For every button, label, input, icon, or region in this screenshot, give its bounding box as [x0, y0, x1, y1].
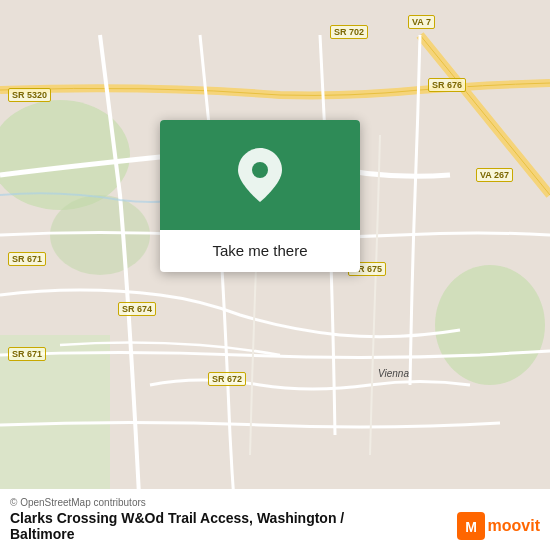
road-label-va267: VA 267 [476, 168, 513, 182]
road-label-sr674: SR 674 [118, 302, 156, 316]
road-label-sr5320: SR 5320 [8, 88, 51, 102]
map-container: SR 702 VA 7 SR 676 SR 5320 VA 267 SR 671… [0, 0, 550, 550]
road-label-va7: VA 7 [408, 15, 435, 29]
bottom-bar: © OpenStreetMap contributors Clarks Cros… [0, 489, 550, 550]
road-label-sr671b: SR 671 [8, 347, 46, 361]
location-title: Clarks Crossing W&Od Trail Access, Washi… [10, 510, 457, 526]
svg-text:M: M [465, 519, 477, 535]
road-label-sr702: SR 702 [330, 25, 368, 39]
road-label-sr676: SR 676 [428, 78, 466, 92]
popup-green-header [160, 120, 360, 230]
place-label-vienna: Vienna [378, 368, 409, 379]
moovit-text: moovit [488, 517, 540, 535]
map-background [0, 0, 550, 550]
title-line: Clarks Crossing W&Od Trail Access, Washi… [10, 510, 540, 542]
copyright-text: © OpenStreetMap contributors [10, 497, 540, 508]
popup-button-area[interactable]: Take me there [160, 230, 360, 272]
svg-point-5 [252, 162, 268, 178]
moovit-logo: M moovit [457, 512, 540, 540]
location-subtitle: Baltimore [10, 526, 457, 542]
location-title-block: Clarks Crossing W&Od Trail Access, Washi… [10, 510, 457, 542]
moovit-icon: M [457, 512, 485, 540]
svg-point-4 [50, 195, 150, 275]
road-label-sr672: SR 672 [208, 372, 246, 386]
location-pin-icon [238, 148, 282, 202]
road-label-sr671a: SR 671 [8, 252, 46, 266]
take-me-there-button[interactable]: Take me there [212, 242, 307, 259]
location-popup: Take me there [160, 120, 360, 272]
svg-point-2 [435, 265, 545, 385]
